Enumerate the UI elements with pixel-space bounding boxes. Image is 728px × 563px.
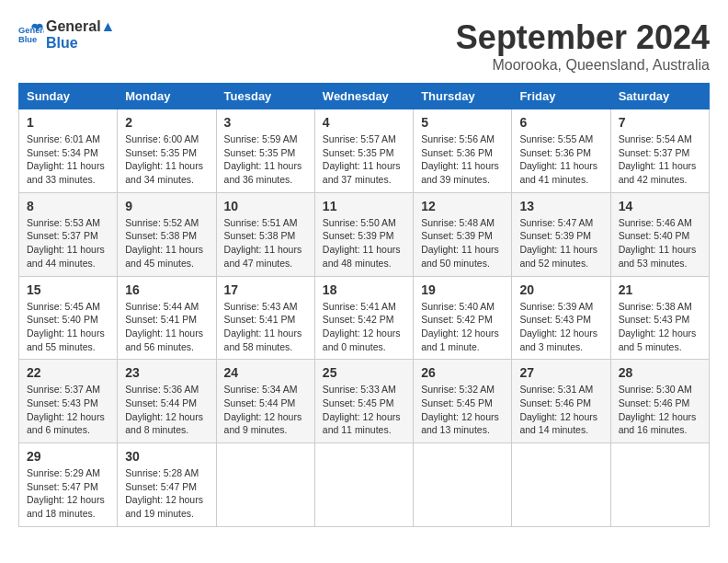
calendar-cell: 2Sunrise: 6:00 AM Sunset: 5:35 PM Daylig… — [118, 109, 216, 193]
day-number: 22 — [27, 365, 109, 380]
day-info: Sunrise: 5:40 AM Sunset: 5:42 PM Dayligh… — [421, 300, 504, 354]
svg-text:Blue: Blue — [18, 35, 37, 44]
logo-icon: General Blue — [18, 20, 44, 46]
calendar-week-row: 29Sunrise: 5:29 AM Sunset: 5:47 PM Dayli… — [19, 443, 710, 527]
day-info: Sunrise: 5:57 AM Sunset: 5:35 PM Dayligh… — [323, 132, 405, 187]
calendar-body: 1Sunrise: 6:01 AM Sunset: 5:34 PM Daylig… — [19, 109, 710, 527]
calendar-cell: 11Sunrise: 5:50 AM Sunset: 5:39 PM Dayli… — [314, 192, 413, 276]
day-number: 24 — [224, 365, 307, 380]
day-number: 21 — [619, 282, 701, 297]
logo: General Blue General▲ Blue — [18, 18, 115, 51]
day-number: 11 — [323, 199, 405, 213]
calendar-cell: 6Sunrise: 5:55 AM Sunset: 5:36 PM Daylig… — [512, 109, 610, 193]
day-info: Sunrise: 5:52 AM Sunset: 5:38 PM Dayligh… — [125, 216, 208, 270]
day-info: Sunrise: 5:59 AM Sunset: 5:35 PM Dayligh… — [224, 132, 307, 187]
calendar-cell: 29Sunrise: 5:29 AM Sunset: 5:47 PM Dayli… — [19, 443, 118, 527]
day-number: 26 — [421, 365, 504, 380]
calendar-cell: 16Sunrise: 5:44 AM Sunset: 5:41 PM Dayli… — [118, 276, 216, 360]
day-info: Sunrise: 5:29 AM Sunset: 5:47 PM Dayligh… — [27, 466, 109, 521]
weekday-header-wednesday: Wednesday — [314, 84, 413, 109]
day-number: 12 — [421, 199, 504, 213]
calendar-cell — [512, 443, 610, 527]
calendar-cell: 13Sunrise: 5:47 AM Sunset: 5:39 PM Dayli… — [512, 192, 610, 276]
day-number: 25 — [323, 365, 405, 380]
calendar-cell: 3Sunrise: 5:59 AM Sunset: 5:35 PM Daylig… — [216, 109, 314, 193]
calendar-week-row: 8Sunrise: 5:53 AM Sunset: 5:37 PM Daylig… — [19, 192, 710, 276]
day-info: Sunrise: 5:36 AM Sunset: 5:44 PM Dayligh… — [125, 383, 208, 437]
calendar-cell: 20Sunrise: 5:39 AM Sunset: 5:43 PM Dayli… — [512, 276, 610, 360]
calendar-cell: 17Sunrise: 5:43 AM Sunset: 5:41 PM Dayli… — [216, 276, 314, 360]
calendar-cell: 22Sunrise: 5:37 AM Sunset: 5:43 PM Dayli… — [19, 360, 118, 443]
weekday-header-sunday: Sunday — [19, 84, 118, 109]
day-number: 29 — [27, 449, 109, 464]
day-info: Sunrise: 5:50 AM Sunset: 5:39 PM Dayligh… — [323, 216, 405, 270]
calendar-cell — [414, 443, 512, 527]
weekday-header-monday: Monday — [118, 84, 216, 109]
calendar-header-row: SundayMondayTuesdayWednesdayThursdayFrid… — [19, 84, 710, 109]
day-info: Sunrise: 5:43 AM Sunset: 5:41 PM Dayligh… — [224, 300, 307, 354]
weekday-header-friday: Friday — [512, 84, 610, 109]
day-number: 9 — [125, 199, 208, 213]
title-block: September 2024 Moorooka, Queensland, Aus… — [456, 18, 710, 74]
calendar-cell: 21Sunrise: 5:38 AM Sunset: 5:43 PM Dayli… — [610, 276, 709, 360]
day-info: Sunrise: 5:34 AM Sunset: 5:44 PM Dayligh… — [224, 383, 307, 437]
day-info: Sunrise: 6:00 AM Sunset: 5:35 PM Dayligh… — [125, 132, 208, 187]
day-info: Sunrise: 5:54 AM Sunset: 5:37 PM Dayligh… — [619, 132, 701, 187]
day-number: 5 — [421, 115, 504, 130]
day-number: 14 — [619, 199, 701, 213]
day-number: 17 — [224, 282, 307, 297]
day-number: 23 — [125, 365, 208, 380]
weekday-header-tuesday: Tuesday — [216, 84, 314, 109]
location: Moorooka, Queensland, Australia — [456, 57, 710, 74]
day-number: 2 — [125, 115, 208, 130]
calendar-week-row: 22Sunrise: 5:37 AM Sunset: 5:43 PM Dayli… — [19, 360, 710, 443]
day-info: Sunrise: 5:31 AM Sunset: 5:46 PM Dayligh… — [519, 383, 602, 437]
day-number: 4 — [323, 115, 405, 130]
day-info: Sunrise: 5:33 AM Sunset: 5:45 PM Dayligh… — [323, 383, 405, 437]
day-info: Sunrise: 5:47 AM Sunset: 5:39 PM Dayligh… — [519, 216, 602, 270]
day-number: 18 — [323, 282, 405, 297]
day-number: 30 — [125, 449, 208, 464]
calendar-cell: 28Sunrise: 5:30 AM Sunset: 5:46 PM Dayli… — [610, 360, 709, 443]
calendar-cell — [216, 443, 314, 527]
day-number: 3 — [224, 115, 307, 130]
weekday-header-thursday: Thursday — [414, 84, 512, 109]
day-number: 16 — [125, 282, 208, 297]
calendar-cell: 15Sunrise: 5:45 AM Sunset: 5:40 PM Dayli… — [19, 276, 118, 360]
calendar-cell — [610, 443, 709, 527]
calendar-week-row: 1Sunrise: 6:01 AM Sunset: 5:34 PM Daylig… — [19, 109, 710, 193]
day-info: Sunrise: 5:45 AM Sunset: 5:40 PM Dayligh… — [27, 300, 109, 354]
calendar-week-row: 15Sunrise: 5:45 AM Sunset: 5:40 PM Dayli… — [19, 276, 710, 360]
day-number: 1 — [27, 115, 109, 130]
day-info: Sunrise: 5:32 AM Sunset: 5:45 PM Dayligh… — [421, 383, 504, 437]
calendar-cell: 7Sunrise: 5:54 AM Sunset: 5:37 PM Daylig… — [610, 109, 709, 193]
day-number: 20 — [519, 282, 602, 297]
day-info: Sunrise: 5:30 AM Sunset: 5:46 PM Dayligh… — [619, 383, 701, 437]
day-number: 7 — [619, 115, 701, 130]
day-info: Sunrise: 5:44 AM Sunset: 5:41 PM Dayligh… — [125, 300, 208, 354]
day-info: Sunrise: 5:28 AM Sunset: 5:47 PM Dayligh… — [125, 466, 208, 521]
day-info: Sunrise: 5:53 AM Sunset: 5:37 PM Dayligh… — [27, 216, 109, 270]
month-title: September 2024 — [456, 18, 710, 57]
day-number: 6 — [519, 115, 602, 130]
calendar-cell: 23Sunrise: 5:36 AM Sunset: 5:44 PM Dayli… — [118, 360, 216, 443]
calendar-cell: 30Sunrise: 5:28 AM Sunset: 5:47 PM Dayli… — [118, 443, 216, 527]
calendar-cell: 19Sunrise: 5:40 AM Sunset: 5:42 PM Dayli… — [414, 276, 512, 360]
day-info: Sunrise: 6:01 AM Sunset: 5:34 PM Dayligh… — [27, 132, 109, 187]
day-info: Sunrise: 5:38 AM Sunset: 5:43 PM Dayligh… — [619, 300, 701, 354]
weekday-header-saturday: Saturday — [610, 84, 709, 109]
calendar-table: SundayMondayTuesdayWednesdayThursdayFrid… — [18, 83, 710, 527]
day-number: 15 — [27, 282, 109, 297]
day-number: 13 — [519, 199, 602, 213]
calendar-cell: 27Sunrise: 5:31 AM Sunset: 5:46 PM Dayli… — [512, 360, 610, 443]
calendar-cell: 14Sunrise: 5:46 AM Sunset: 5:40 PM Dayli… — [610, 192, 709, 276]
day-number: 8 — [27, 199, 109, 213]
day-info: Sunrise: 5:39 AM Sunset: 5:43 PM Dayligh… — [519, 300, 602, 354]
day-info: Sunrise: 5:37 AM Sunset: 5:43 PM Dayligh… — [27, 383, 109, 437]
calendar-cell: 24Sunrise: 5:34 AM Sunset: 5:44 PM Dayli… — [216, 360, 314, 443]
calendar-cell: 8Sunrise: 5:53 AM Sunset: 5:37 PM Daylig… — [19, 192, 118, 276]
day-info: Sunrise: 5:56 AM Sunset: 5:36 PM Dayligh… — [421, 132, 504, 187]
day-info: Sunrise: 5:51 AM Sunset: 5:38 PM Dayligh… — [224, 216, 307, 270]
calendar-cell: 10Sunrise: 5:51 AM Sunset: 5:38 PM Dayli… — [216, 192, 314, 276]
calendar-cell — [314, 443, 413, 527]
